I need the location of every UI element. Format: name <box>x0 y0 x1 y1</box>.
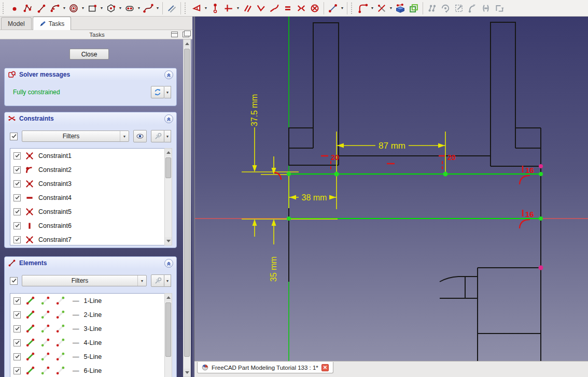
sketch-canvas[interactable]: 87 mm 38 mm 37.5 mm 35 mm <box>195 17 588 361</box>
constraint-checkbox[interactable] <box>13 180 21 187</box>
collapse-constraints-button[interactable] <box>164 114 173 123</box>
scroll-up-arrow[interactable] <box>165 149 172 156</box>
constraint-row[interactable]: Constraint3 <box>10 177 172 191</box>
polygon-tool-button[interactable] <box>104 2 118 15</box>
select-redundant-button[interactable] <box>452 2 466 15</box>
scroll-down-arrow[interactable] <box>165 237 172 245</box>
update-solver-button[interactable] <box>151 86 164 98</box>
dock-panel-icon[interactable] <box>171 32 178 37</box>
rectangular-array-button[interactable] <box>493 2 506 15</box>
element-row[interactable]: — 5-Line <box>10 350 172 364</box>
constraint-16-top[interactable]: 16 <box>525 166 534 175</box>
element-checkbox[interactable] <box>13 339 21 346</box>
element-checkbox[interactable] <box>13 325 21 332</box>
scroll-up-arrow[interactable] <box>165 294 172 301</box>
elements-list-scrollbar[interactable] <box>164 293 172 377</box>
polygon-dropdown[interactable]: ▼ <box>118 2 123 15</box>
fillet-tool-button[interactable] <box>356 2 370 15</box>
construction-mode-button[interactable] <box>165 2 178 15</box>
solver-options-dropdown[interactable]: ▼ <box>164 86 171 98</box>
element-row[interactable]: — 1-Line <box>10 294 172 308</box>
elements-settings-button[interactable] <box>151 274 164 287</box>
arc-tool-button[interactable] <box>48 2 62 15</box>
circle-dropdown[interactable]: ▼ <box>80 2 86 15</box>
constraint-row[interactable]: Constraint6 <box>10 219 172 233</box>
elements-settings-dropdown[interactable]: ▼ <box>164 274 171 287</box>
tab-tasks[interactable]: Tasks <box>33 17 72 30</box>
element-row[interactable]: — 2-Line <box>10 308 172 322</box>
constraint-row[interactable]: Constraint5 <box>10 205 172 219</box>
constrain-angle-button[interactable] <box>190 2 203 15</box>
constrain-equal-button[interactable] <box>281 2 295 15</box>
constraints-filter-combo[interactable]: Filters▼ <box>22 130 129 142</box>
symmetry-button[interactable] <box>479 2 493 15</box>
constraints-settings-button[interactable] <box>151 130 164 142</box>
collapse-elements-button[interactable] <box>164 259 173 268</box>
constraint-row[interactable]: Constraint4 <box>10 191 172 205</box>
carbon-copy-button[interactable] <box>407 2 421 15</box>
trim-dropdown[interactable]: ▼ <box>388 2 394 15</box>
constraint-checkbox[interactable] <box>13 166 21 173</box>
toolbar-handle[interactable] <box>185 3 187 14</box>
scrollbar-thumb[interactable] <box>184 49 190 357</box>
polyline-tool-button[interactable] <box>21 2 35 15</box>
constrain-angle-dropdown[interactable]: ▼ <box>203 2 208 15</box>
elements-filter-checkbox[interactable] <box>10 277 18 285</box>
constraint-checkbox[interactable] <box>13 236 21 243</box>
slot-tool-button[interactable] <box>123 2 136 15</box>
constraint-checkbox[interactable] <box>13 194 21 201</box>
constrain-tangent-button[interactable] <box>268 2 281 15</box>
scroll-up-arrow[interactable] <box>184 40 190 48</box>
dimension-tool-button[interactable] <box>326 2 340 15</box>
constrain-block-button[interactable] <box>308 2 321 15</box>
constrain-point-on-object-button[interactable] <box>208 2 222 15</box>
constrain-parallel-button[interactable] <box>241 2 254 15</box>
trim-tool-button[interactable] <box>375 2 388 15</box>
elements-filter-combo[interactable]: Filters▼ <box>22 275 147 286</box>
circle-tool-button[interactable] <box>67 2 80 15</box>
dimension-38mm[interactable]: 38 mm <box>302 193 327 202</box>
element-checkbox[interactable] <box>13 367 21 374</box>
rectangle-tool-button[interactable] <box>86 2 99 15</box>
dimension-87mm[interactable]: 87 mm <box>379 141 405 151</box>
dimension-dropdown[interactable]: ▼ <box>340 2 345 15</box>
constraint-checkbox[interactable] <box>13 152 21 160</box>
constraint-checkbox[interactable] <box>13 208 21 215</box>
constrain-perpendicular-button[interactable] <box>254 2 268 15</box>
elements-header[interactable]: Elements <box>5 257 176 269</box>
constrain-vertical-horizontal-button[interactable] <box>222 2 235 15</box>
document-tab[interactable]: FreeCAD Part Modeling Tutorial 133 : 1* … <box>197 362 333 373</box>
dimension-37-5mm[interactable]: 37.5 mm <box>250 94 259 126</box>
arc-dropdown[interactable]: ▼ <box>62 2 67 15</box>
clone-button[interactable] <box>466 2 479 15</box>
slot-dropdown[interactable]: ▼ <box>136 2 142 15</box>
float-panel-icon[interactable] <box>183 32 189 37</box>
element-row[interactable]: — 3-Line <box>10 322 172 336</box>
rectangle-dropdown[interactable]: ▼ <box>99 2 104 15</box>
scrollbar-thumb[interactable] <box>165 302 171 357</box>
line-tool-button[interactable] <box>35 2 48 15</box>
close-button[interactable]: Close <box>69 49 109 60</box>
tasks-panel-scrollbar[interactable] <box>183 39 191 377</box>
solver-messages-header[interactable]: Solver messages <box>5 68 176 81</box>
external-geometry-button[interactable] <box>394 2 407 15</box>
constraints-header[interactable]: Constraints <box>5 112 176 125</box>
select-constraints-button[interactable] <box>439 2 452 15</box>
element-checkbox[interactable] <box>13 297 21 304</box>
bspline-tool-button[interactable] <box>142 2 155 15</box>
constraint-checkbox[interactable] <box>13 222 21 229</box>
element-row[interactable]: — 4-Line <box>10 336 172 350</box>
select-elements-button[interactable] <box>425 2 439 15</box>
constraint-20-left[interactable]: 20 <box>331 153 339 162</box>
toolbar-handle[interactable] <box>3 3 5 14</box>
constrain-vertical-horizontal-dropdown[interactable]: ▼ <box>235 2 241 15</box>
element-checkbox[interactable] <box>13 353 21 360</box>
element-checkbox[interactable] <box>13 311 21 318</box>
constraint-16-bottom[interactable]: 16 <box>525 210 534 219</box>
constraints-filter-checkbox[interactable] <box>10 133 18 140</box>
scroll-down-arrow[interactable] <box>184 369 190 376</box>
tab-model[interactable]: Model <box>1 17 32 30</box>
close-document-icon[interactable]: ✕ <box>321 364 329 371</box>
fillet-dropdown[interactable]: ▼ <box>370 2 375 15</box>
sketch-viewport[interactable]: 87 mm 38 mm 37.5 mm 35 mm <box>194 17 588 361</box>
